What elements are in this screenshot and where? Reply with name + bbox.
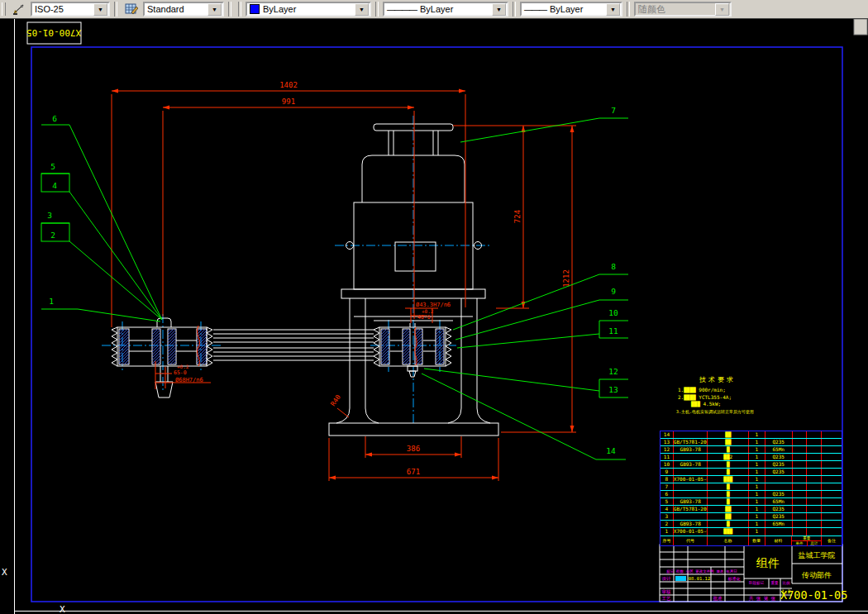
- table-cell: [806, 513, 821, 520]
- text-style-icon[interactable]: [122, 2, 141, 17]
- table-cell: 1: [748, 528, 765, 535]
- check-label: 审核: [662, 589, 672, 594]
- chevron-down-icon[interactable]: ▼: [606, 3, 620, 16]
- table-cell: 1: [661, 528, 673, 535]
- section-hatch: [152, 329, 160, 364]
- toolbar-separator: [114, 2, 117, 17]
- table-cell: [821, 491, 842, 497]
- table-cell: [806, 498, 821, 505]
- header-qty: 数量: [748, 536, 765, 545]
- table-cell: [765, 483, 792, 490]
- table-cell: 1: [748, 431, 765, 438]
- table-cell: [792, 498, 807, 505]
- table-row: 9█1Q235: [661, 469, 842, 476]
- table-cell: GB93-78: [673, 461, 708, 468]
- header-name: 名称: [707, 536, 747, 545]
- table-cell: GB93-78: [673, 446, 708, 453]
- table-cell: 65Mn: [765, 498, 792, 505]
- text-style-select[interactable]: Standard ▼: [143, 2, 224, 17]
- balloon-9: 9: [611, 287, 616, 296]
- balloon-12: 12: [608, 367, 618, 376]
- balloon-7: 7: [611, 106, 616, 115]
- chevron-down-icon[interactable]: ▼: [93, 3, 107, 16]
- dim-style-icon[interactable]: [9, 2, 29, 17]
- design-label: 设计: [662, 576, 672, 581]
- dimensions: 1402 991 724 1212 386: [112, 81, 576, 481]
- color-select[interactable]: ByLayer ▼: [246, 2, 371, 17]
- toolbar-separator: [513, 2, 516, 17]
- header-unit-weight: 单件: [792, 541, 806, 546]
- table-cell: 6: [661, 491, 673, 497]
- table-cell: [821, 446, 842, 453]
- lineweight-value: ByLayer: [550, 4, 606, 14]
- table-row: 1X700-01-05-01███1: [661, 528, 842, 535]
- table-cell: █: [707, 446, 748, 453]
- table-cell: Q235: [765, 461, 792, 468]
- balloon-10: 10: [608, 308, 618, 317]
- table-row: 12GB93-78█165Mn: [661, 446, 842, 454]
- table-cell: [806, 483, 821, 490]
- parts-rows: 14██113GB/T5781-2000██1Q23512GB93-78█165…: [661, 431, 842, 535]
- table-cell: [806, 528, 821, 535]
- table-cell: [765, 431, 792, 438]
- table-cell: 1: [748, 439, 765, 445]
- table-cell: 1: [748, 461, 765, 468]
- section-hatch: [119, 329, 129, 364]
- weight-label: 重量: [771, 580, 780, 585]
- table-cell: 1: [748, 498, 765, 505]
- table-cell: ██: [707, 439, 748, 445]
- table-cell: ██: [707, 431, 748, 438]
- table-cell: 8: [661, 476, 673, 483]
- table-cell: Q235: [765, 454, 792, 460]
- table-cell: [806, 469, 821, 475]
- section-hatch: [168, 329, 176, 364]
- header-code: 代号: [673, 536, 708, 545]
- table-cell: [673, 469, 708, 475]
- sheet-corner-label: X700-01-05: [26, 27, 81, 38]
- text-style-value: Standard: [147, 4, 207, 14]
- dim-style-select[interactable]: ISO-25 ▼: [31, 2, 110, 17]
- standardize-label: 标准化: [727, 576, 741, 582]
- table-cell: [821, 521, 842, 527]
- table-cell: GB/T5781-2000: [673, 506, 708, 512]
- table-cell: 65Mn: [765, 446, 792, 453]
- table-cell: ██2: [707, 454, 748, 460]
- tech-req-line2: 2.████ YCTL355-4A;: [678, 394, 732, 401]
- balloon-8: 8: [611, 262, 616, 271]
- balloon-13: 13: [608, 385, 618, 394]
- chevron-down-icon[interactable]: ▼: [355, 3, 369, 16]
- table-cell: 9: [661, 469, 673, 475]
- table-cell: [673, 491, 708, 497]
- table-cell: [792, 521, 807, 527]
- signature-block: [675, 576, 686, 581]
- chevron-down-icon[interactable]: ▼: [492, 3, 506, 16]
- parts-list-table: 14██113GB/T5781-2000██1Q23512GB93-78█165…: [660, 431, 842, 546]
- table-cell: [821, 439, 842, 445]
- table-cell: GB/T5781-2000: [673, 439, 708, 445]
- table-cell: 11: [661, 454, 673, 460]
- table-cell: 1: [748, 476, 765, 483]
- table-row: 6█1Q235: [661, 491, 842, 498]
- design-date: 08.01.12: [689, 576, 711, 581]
- table-cell: [792, 446, 807, 453]
- scrollbar-button[interactable]: [854, 19, 867, 35]
- chevron-down-icon[interactable]: ▼: [207, 3, 222, 16]
- table-cell: GB93-78: [673, 521, 708, 527]
- table-cell: [806, 454, 821, 460]
- table-cell: [792, 513, 807, 520]
- table-cell: [821, 483, 842, 490]
- linetype-select[interactable]: ———— ByLayer ▼: [383, 2, 508, 17]
- table-cell: [673, 513, 708, 520]
- table-cell: [806, 491, 821, 497]
- toolbar-grip[interactable]: [2, 2, 6, 16]
- dim-fit-center: Ø43.3H7/n6: [416, 302, 451, 308]
- table-cell: 1: [748, 513, 765, 520]
- title-block: 标记 处数 分区 更改文件号 签名 年月日 设计 08.01.12 标准化 审核…: [660, 545, 847, 602]
- dim-991: 991: [282, 98, 295, 106]
- section-hatch: [403, 329, 410, 364]
- dim-tol-left: 65-0: [174, 369, 187, 376]
- table-cell: [792, 491, 807, 497]
- table-row: 3██1Q235: [661, 513, 842, 521]
- table-cell: [821, 454, 842, 460]
- lineweight-select[interactable]: ——— ByLayer ▼: [520, 2, 622, 17]
